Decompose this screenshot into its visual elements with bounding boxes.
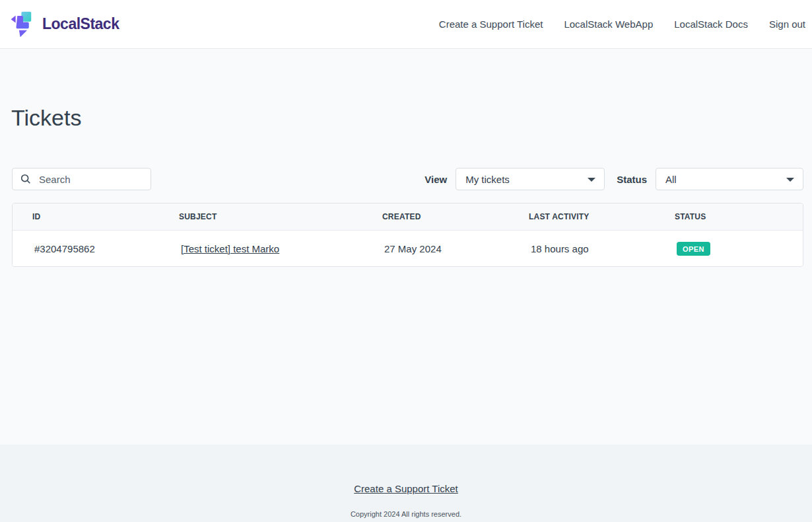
search-input[interactable] — [39, 174, 138, 185]
view-label: View — [424, 174, 447, 185]
localstack-logo-icon — [9, 10, 37, 39]
main-content: Tickets View My tickets Status All — [0, 49, 812, 445]
status-select[interactable]: All — [656, 168, 803, 190]
nav-create-support-ticket[interactable]: Create a Support Ticket — [439, 19, 543, 30]
search-icon — [20, 173, 32, 185]
filters-row: View My tickets Status All — [12, 168, 803, 190]
footer-create-support-ticket-link[interactable]: Create a Support Ticket — [354, 483, 458, 494]
chevron-down-icon — [786, 178, 794, 182]
column-header-last-activity: LAST ACTIVITY — [509, 204, 655, 230]
column-header-created: CREATED — [362, 204, 509, 230]
status-select-value: All — [665, 174, 677, 185]
footer-copyright: Copyright 2024 All rights reserved. — [0, 510, 812, 518]
nav-localstack-docs[interactable]: LocalStack Docs — [674, 19, 748, 30]
view-select-value: My tickets — [465, 174, 510, 185]
brand-logo[interactable]: LocalStack — [9, 10, 119, 39]
nav-localstack-webapp[interactable]: LocalStack WebApp — [564, 19, 653, 30]
ticket-last-activity: 18 hours ago — [509, 231, 655, 266]
ticket-id: #3204795862 — [13, 231, 159, 266]
app-header: LocalStack Create a Support Ticket Local… — [0, 0, 812, 49]
status-filter: Status All — [617, 168, 803, 190]
column-header-id: ID — [13, 204, 159, 230]
ticket-subject-link[interactable]: [Test ticket] test Marko — [181, 243, 279, 254]
view-filter: View My tickets — [424, 168, 605, 190]
footer: Create a Support Ticket Copyright 2024 A… — [0, 445, 812, 522]
column-header-status: STATUS — [655, 204, 803, 230]
status-badge: OPEN — [677, 242, 710, 256]
column-header-subject: SUBJECT — [159, 204, 362, 230]
chevron-down-icon — [588, 178, 595, 182]
view-select[interactable]: My tickets — [456, 168, 605, 190]
status-label: Status — [617, 174, 647, 185]
search-box[interactable] — [12, 168, 151, 190]
table-header-row: ID SUBJECT CREATED LAST ACTIVITY STATUS — [13, 204, 803, 231]
nav-sign-out[interactable]: Sign out — [769, 19, 805, 30]
table-row: #3204795862 [Test ticket] test Marko 27 … — [13, 231, 803, 266]
page-title: Tickets — [11, 49, 803, 131]
ticket-created: 27 May 2024 — [362, 231, 509, 266]
top-nav: Create a Support Ticket LocalStack WebAp… — [439, 19, 805, 30]
tickets-table: ID SUBJECT CREATED LAST ACTIVITY STATUS … — [12, 203, 803, 267]
brand-name: LocalStack — [42, 15, 119, 33]
